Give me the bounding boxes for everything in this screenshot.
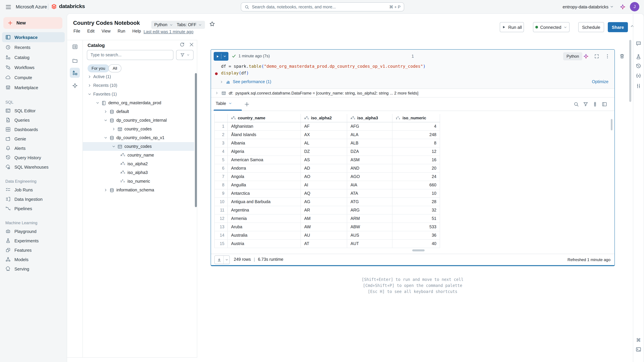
catalog-filter-button[interactable]	[176, 50, 194, 60]
run-all-button[interactable]: Run all	[500, 22, 524, 32]
avatar[interactable]: J	[630, 2, 639, 11]
sidebar-item-pipelines[interactable]: Pipelines	[2, 204, 65, 213]
column-selector-icon[interactable]	[592, 102, 598, 107]
tree-item-favorites-1-[interactable]: Favorites (1)	[83, 90, 194, 98]
assistant-panel-icon[interactable]	[70, 80, 80, 90]
tree-item-information-schema[interactable]: information_schema	[83, 186, 194, 194]
cell-assistant-icon[interactable]	[583, 54, 589, 59]
terminal-icon[interactable]	[636, 347, 641, 352]
notebook-cell[interactable]: 1 minute ago (7s) 1 Python df = spark.ta…	[211, 49, 615, 266]
chevron-right-icon[interactable]	[104, 110, 109, 114]
chevron-right-icon[interactable]	[104, 188, 109, 192]
chevron-down-icon[interactable]	[88, 92, 93, 96]
sidebar-item-alerts[interactable]: Alerts	[2, 143, 65, 153]
folder-icon[interactable]	[70, 56, 80, 66]
menu-view[interactable]: View	[102, 29, 110, 35]
sidebar-item-genie[interactable]: Genie	[2, 134, 65, 143]
breakpoint-dot[interactable]	[215, 72, 218, 75]
sidebar-item-sql-warehouses[interactable]: SQL Warehouses	[2, 162, 65, 172]
close-icon[interactable]	[189, 42, 194, 47]
sidebar-item-workflows[interactable]: Workflows	[2, 62, 65, 72]
results-vertical-scrollbar[interactable]	[611, 119, 612, 130]
column-header-iso-numeric[interactable]: 123iso_numeric	[392, 114, 440, 122]
sidebar-item-recents[interactable]: Recents	[2, 42, 65, 52]
side-panel-icon[interactable]	[602, 102, 607, 107]
workspace-switcher[interactable]: entropy-data-databricks	[563, 0, 614, 13]
cell-fullscreen-icon[interactable]	[594, 54, 600, 59]
table-row[interactable]: 7AngolaAOAGO24	[215, 173, 440, 181]
tree-item-iso-alpha2[interactable]: ABCiso_alpha2	[83, 160, 194, 168]
dataframe-summary-row[interactable]: df: pyspark.sql.connect.dataframe.DataFr…	[211, 89, 614, 97]
sidebar-item-compute[interactable]: Compute	[2, 72, 65, 82]
experiments-icon[interactable]	[636, 54, 641, 60]
table-row[interactable]: 12ArmeniaAMARM51	[215, 215, 440, 223]
add-visualization-button[interactable]	[244, 101, 250, 107]
catalog-search-input[interactable]: Type to search...	[87, 50, 174, 60]
sidebar-item-data-ingestion[interactable]: Data Ingestion	[2, 194, 65, 204]
optimize-link[interactable]: Optimize	[592, 79, 608, 84]
results-search-icon[interactable]	[574, 102, 579, 107]
tree-item-default[interactable]: default	[83, 107, 194, 116]
table-row[interactable]: 1AfghanistanAFAFG4	[215, 122, 440, 131]
download-results-button[interactable]	[214, 255, 230, 264]
menu-help[interactable]: Help	[132, 29, 141, 35]
share-button[interactable]: Share	[608, 22, 628, 32]
sidebar-item-catalog[interactable]: Catalog	[2, 52, 65, 62]
chevron-down-icon[interactable]	[112, 144, 118, 148]
notebook-scrollbar[interactable]	[629, 40, 631, 102]
tree-item-iso-alpha3[interactable]: ABCiso_alpha3	[83, 168, 194, 177]
table-row[interactable]: 2Åland IslandsAXALA248	[215, 131, 440, 139]
chevron-right-icon[interactable]	[88, 75, 93, 79]
last-edit-link[interactable]: Last edit was 1 minute ago	[144, 29, 193, 34]
chevron-down-icon[interactable]	[104, 136, 109, 140]
results-filter-icon[interactable]	[583, 102, 588, 107]
tree-item-country-name[interactable]: ABCcountry_name	[83, 151, 194, 160]
column-header-iso-alpha3[interactable]: ABCiso_alpha3	[347, 114, 392, 122]
delete-cell-icon[interactable]	[619, 53, 625, 59]
tree-item-dp-country-codes-op-v1[interactable]: dp_country_codes_op_v1	[83, 133, 194, 142]
sidebar-item-playground[interactable]: Playground	[2, 227, 65, 236]
see-performance-link[interactable]: See performance (1)	[220, 79, 271, 84]
table-row[interactable]: 13ArubaAWABW533	[215, 223, 440, 231]
tree-item-dp-country-codes-internal[interactable]: dp_country_codes_internal	[83, 116, 194, 125]
filter-chip-all[interactable]: All	[108, 64, 122, 72]
schedule-button[interactable]: Schedule	[578, 22, 604, 32]
new-button[interactable]: New	[3, 17, 62, 29]
hamburger-menu-icon[interactable]	[5, 4, 12, 9]
table-row[interactable]: 6AndorraADAND20	[215, 164, 440, 173]
tree-item-recents-10-[interactable]: Recents (10)	[83, 81, 194, 90]
tree-item-country-codes[interactable]: country_codes	[83, 142, 194, 151]
chevron-down-icon[interactable]	[96, 101, 101, 105]
sidebar-item-features[interactable]: Features	[2, 245, 65, 255]
sidebar-item-queries[interactable]: Queries	[2, 115, 65, 125]
version-history-icon[interactable]	[636, 63, 641, 69]
chevron-right-icon[interactable]	[88, 83, 93, 87]
sidebar-item-dashboards[interactable]: Dashboards	[2, 125, 65, 134]
sidebar-item-query-history[interactable]: Query History	[2, 153, 65, 162]
table-of-contents-icon[interactable]	[70, 41, 80, 52]
environment-icon[interactable]	[636, 83, 641, 89]
tree-item-country-codes[interactable]: country_codes	[83, 125, 194, 133]
table-row[interactable]: 4AlgeriaDZDZA12	[215, 147, 440, 156]
table-row[interactable]: 11ArgentinaARARG32	[215, 206, 440, 215]
sidebar-item-serving[interactable]: Serving	[2, 264, 65, 274]
tabs-toggle[interactable]: Tabs: OFF	[174, 21, 205, 29]
variable-explorer-icon[interactable]	[636, 73, 641, 79]
catalog-scrollbar[interactable]	[195, 73, 197, 207]
tree-item-demo-org-masterdata-prod[interactable]: demo_org_masterdata_prod	[83, 98, 194, 107]
favorite-star-icon[interactable]	[209, 21, 215, 27]
column-header-country-name[interactable]: ABCcountry_name	[228, 114, 301, 122]
code-line-2[interactable]: display(df)	[221, 70, 249, 77]
sidebar-item-workspace[interactable]: Workspace	[2, 32, 65, 42]
tree-item-active-1-[interactable]: Active (1)	[83, 72, 194, 81]
cell-kebab-menu-icon[interactable]	[605, 54, 610, 59]
table-row[interactable]: 8AnguillaAIAIA660	[215, 181, 440, 189]
table-row[interactable]: 10Antigua and BarbudaAGATG28	[215, 198, 440, 206]
column-header-iso-alpha2[interactable]: ABCiso_alpha2	[301, 114, 347, 122]
sidebar-item-job-runs[interactable]: Job Runs	[2, 185, 65, 194]
table-row[interactable]: 15AustriaATAUT40	[215, 240, 440, 248]
tree-item-iso-numeric[interactable]: 123iso_numeric	[83, 177, 194, 186]
search-input[interactable]: Search data, notebooks, recents, and mor…	[241, 2, 404, 11]
catalog-panel-icon[interactable]	[70, 68, 80, 78]
filter-chip-for-you[interactable]: For you	[88, 64, 109, 72]
